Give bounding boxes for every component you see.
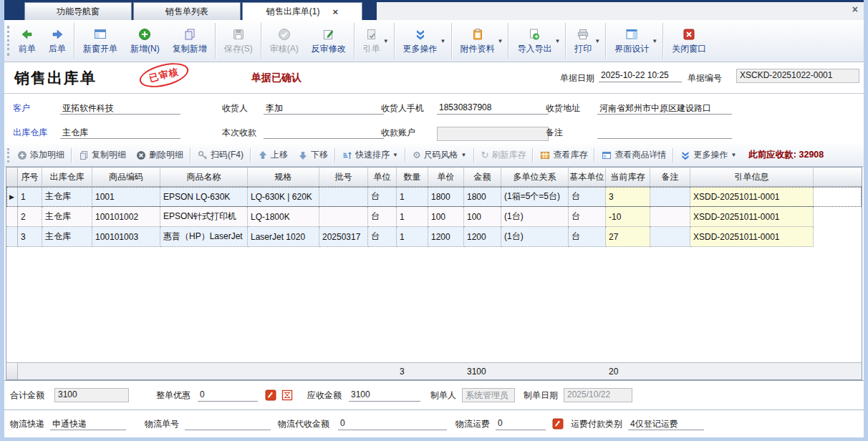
cell-amount[interactable]: 1800 (464, 187, 501, 207)
col-header[interactable]: 金额 (464, 168, 501, 186)
cell-warehouse[interactable]: 主仓库 (42, 227, 92, 247)
cell-amount[interactable]: 100 (464, 207, 501, 227)
ui-design-button[interactable]: 界面设计 (608, 20, 655, 62)
dropdown-arrow-icon[interactable]: ▼ (440, 38, 450, 44)
cod-field[interactable]: 0 (338, 418, 447, 430)
cell-qty[interactable]: 1 (397, 207, 428, 227)
close-window-button[interactable]: 关闭窗口 (665, 20, 713, 62)
tab-function-nav[interactable]: 功能导航窗 (24, 2, 132, 20)
cell-product-code[interactable]: 100101003 (92, 227, 160, 247)
dropdown-arrow-icon[interactable]: ▼ (730, 152, 736, 158)
col-header[interactable]: 基本单位 (569, 168, 606, 186)
cell-batch[interactable] (319, 207, 368, 227)
view-stock-button[interactable]: 查看库存 (535, 144, 592, 166)
cell-price[interactable]: 1200 (428, 227, 464, 247)
remark-field[interactable] (597, 127, 732, 139)
cell-batch[interactable] (319, 187, 368, 207)
col-header[interactable]: 规格 (248, 168, 319, 186)
col-header[interactable]: 单价 (428, 168, 464, 186)
cell-source-order[interactable]: XSDD-20251011-0001 (690, 207, 814, 227)
window-close-icon[interactable]: × (852, 4, 858, 15)
row-selector[interactable] (6, 207, 18, 227)
cell-price[interactable]: 1800 (428, 187, 464, 207)
cell-remark[interactable] (650, 207, 690, 227)
col-header[interactable]: 多单位关系 (501, 168, 569, 186)
freight-type-field[interactable]: 4仅登记运费 (628, 418, 704, 430)
col-header[interactable]: 商品名称 (160, 168, 248, 186)
edit-freight-icon[interactable] (552, 418, 564, 430)
col-header[interactable]: 出库仓库 (42, 168, 92, 186)
freight-field[interactable]: 0 (496, 418, 546, 430)
cell-batch[interactable]: 20250317 (319, 227, 368, 247)
cell-warehouse[interactable]: 主仓库 (42, 187, 92, 207)
move-down-button[interactable]: 下移 (293, 144, 333, 166)
cell-seq[interactable]: 2 (18, 207, 42, 227)
add-detail-button[interactable]: 添加明细 (12, 144, 69, 166)
express-field[interactable]: 申通快递 (50, 418, 126, 430)
phone-field[interactable]: 18530837908 (437, 102, 549, 115)
table-row[interactable]: ▶ 1 主仓库 1001 EPSON LQ-630K LQ-630K | 620… (6, 187, 862, 207)
cell-remark[interactable] (650, 187, 690, 207)
dropdown-arrow-icon[interactable]: ▼ (498, 38, 507, 44)
row-selector[interactable] (6, 227, 18, 247)
doc-date-field[interactable]: 2025-10-22 10:25 (599, 70, 682, 82)
size-style-button[interactable]: ⚙ 尺码风格 ▼ (408, 144, 472, 166)
cell-unit[interactable]: 台 (368, 227, 397, 247)
more-actions-button[interactable]: 更多操作 (397, 20, 444, 62)
cell-remark[interactable] (650, 227, 690, 247)
tab-sales-list[interactable]: 销售单列表 (133, 2, 241, 20)
delete-detail-button[interactable]: 删除明细 (131, 144, 188, 166)
address-field[interactable]: 河南省郑州市中原区建设路口 (597, 102, 732, 115)
copy-detail-button[interactable]: 复制明细 (74, 144, 131, 166)
next-doc-button[interactable]: 后单 (42, 20, 72, 62)
cell-product-name[interactable]: EPSON针式打印机 (160, 207, 248, 227)
dropdown-arrow-icon[interactable]: ▼ (554, 38, 564, 44)
cell-amount[interactable]: 1200 (464, 227, 501, 247)
col-header[interactable]: 单位 (368, 168, 397, 186)
dropdown-arrow-icon[interactable]: ▼ (383, 38, 392, 44)
round-off-seal-icon[interactable] (281, 389, 293, 401)
dropdown-arrow-icon[interactable]: ▼ (594, 38, 604, 44)
cell-stock[interactable]: 3 (606, 187, 650, 207)
new-button[interactable]: 新增(N) (124, 20, 166, 62)
attachments-button[interactable]: 附件资料 (454, 20, 501, 62)
table-row[interactable]: 3 主仓库 100101003 惠普（HP）LaserJet LaserJet … (6, 227, 862, 247)
cell-stock[interactable]: 27 (606, 227, 650, 247)
cell-source-order[interactable]: XSDD-20251011-0001 (690, 227, 814, 247)
cell-seq[interactable]: 1 (18, 187, 42, 207)
cell-product-code[interactable]: 1001 (92, 187, 160, 207)
table-row[interactable]: 2 主仓库 100101002 EPSON针式打印机 LQ-1800K 台 1 … (6, 207, 862, 227)
move-up-button[interactable]: 上移 (253, 144, 293, 166)
col-header[interactable]: 当前库存 (606, 168, 650, 186)
detail-more-actions-button[interactable]: 更多操作 ▼ (675, 144, 741, 166)
dropdown-arrow-icon[interactable]: ▼ (652, 38, 661, 44)
cell-multi-unit[interactable]: (1台) (501, 207, 569, 227)
customer-field[interactable]: 亚拓软件科技 (60, 102, 180, 115)
payment-field[interactable] (264, 127, 384, 139)
cell-spec[interactable]: LaserJet 1020 (248, 227, 319, 247)
col-header[interactable]: 序号 (18, 168, 42, 186)
cell-multi-unit[interactable]: (1箱=5个=5台) (501, 187, 569, 207)
cell-seq[interactable]: 3 (18, 227, 42, 247)
cell-multi-unit[interactable]: (1台) (501, 227, 569, 247)
cell-price[interactable]: 100 (428, 207, 464, 227)
import-export-button[interactable]: 导入导出 (511, 20, 558, 62)
tracking-field[interactable] (185, 418, 271, 430)
cell-product-code[interactable]: 100101002 (92, 207, 160, 227)
col-header[interactable]: 商品编码 (92, 168, 160, 186)
cell-spec[interactable]: LQ-1800K (248, 207, 319, 227)
view-product-detail-button[interactable]: 查看商品详情 (597, 144, 671, 166)
col-header[interactable]: 数量 (397, 168, 428, 186)
tab-sales-outbound[interactable]: 销售出库单(1) × (242, 2, 362, 20)
edit-discount-icon[interactable] (265, 389, 276, 401)
receiver-field[interactable]: 李加 (264, 102, 384, 115)
row-selector[interactable]: ▶ (6, 187, 18, 207)
dropdown-arrow-icon[interactable]: ▼ (461, 152, 467, 158)
scan-button[interactable]: 扫码(F4) (193, 144, 249, 166)
cell-warehouse[interactable]: 主仓库 (42, 207, 92, 227)
cell-source-order[interactable]: XSDD-20251011-0001 (690, 187, 814, 207)
tab-close-icon[interactable]: × (333, 7, 339, 16)
cell-product-name[interactable]: 惠普（HP）LaserJet (160, 227, 248, 247)
warehouse-field[interactable]: 主仓库 (60, 127, 180, 139)
dropdown-arrow-icon[interactable]: ▼ (392, 152, 398, 158)
